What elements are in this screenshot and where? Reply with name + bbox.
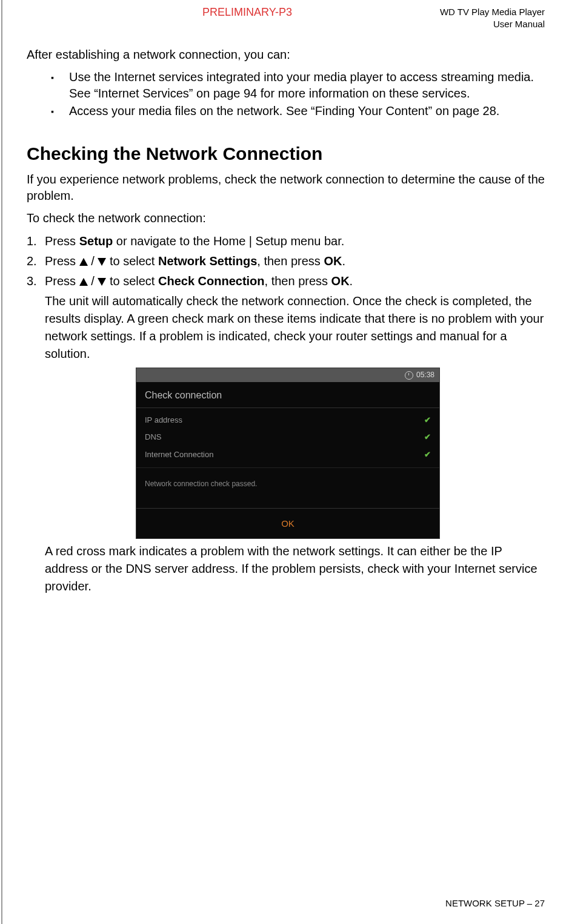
row-label: IP address [145, 415, 182, 426]
list-item: 2. Press / to select Network Settings, t… [27, 252, 545, 270]
product-name: WD TV Play Media Player [440, 6, 545, 18]
header-right: WD TV Play Media Player User Manual [440, 6, 545, 30]
bullet-text: Use the Internet services integrated int… [69, 69, 545, 102]
bullet-list: ▪ Use the Internet services integrated i… [51, 69, 545, 119]
intro-text: After establishing a network connection,… [27, 48, 545, 62]
screenshot-message: Network connection check passed. [136, 467, 439, 507]
footer-page-number: 27 [534, 898, 545, 908]
step-body: Press / to select Check Connection, then… [45, 272, 545, 595]
step-after-text: A red cross mark indicates a problem wit… [45, 543, 545, 595]
step-explanation: The unit will automatically check the ne… [45, 292, 545, 363]
screenshot-row: DNS ✔ [145, 429, 431, 446]
doc-type: User Manual [440, 18, 545, 30]
check-icon: ✔ [424, 432, 431, 443]
bullet-text: Access your media files on the network. … [69, 103, 499, 119]
page-footer: NETWORK SETUP – 27 [445, 898, 545, 908]
page-header: PRELIMINARY-P3 WD TV Play Media Player U… [27, 6, 545, 30]
screenshot-topbar: 05:38 [136, 368, 439, 382]
check-connection-screenshot: 05:38 Check connection IP address ✔ DNS … [136, 368, 440, 539]
screenshot-title: Check connection [136, 382, 439, 408]
footer-section: NETWORK SETUP [445, 898, 525, 908]
list-item: ▪ Access your media files on the network… [51, 103, 545, 119]
screenshot-time: 05:38 [416, 370, 434, 380]
bullet-icon: ▪ [51, 69, 69, 102]
step-number: 1. [27, 233, 45, 250]
section-heading: Checking the Network Connection [27, 144, 545, 164]
screenshot-row: Internet Connection ✔ [145, 446, 431, 464]
list-item: 1. Press Setup or navigate to the Home |… [27, 233, 545, 250]
up-arrow-icon [79, 278, 88, 286]
screenshot-row: IP address ✔ [145, 412, 431, 429]
row-label: Internet Connection [145, 449, 213, 461]
up-arrow-icon [79, 258, 88, 266]
list-item: 3. Press / to select Check Connection, t… [27, 272, 545, 595]
row-label: DNS [145, 432, 161, 443]
bullet-icon: ▪ [51, 103, 69, 119]
numbered-list: 1. Press Setup or navigate to the Home |… [27, 233, 545, 595]
paragraph: To check the network connection: [27, 210, 545, 226]
check-icon: ✔ [424, 449, 431, 461]
down-arrow-icon [98, 278, 106, 286]
step-number: 3. [27, 272, 45, 595]
screenshot-body: IP address ✔ DNS ✔ Internet Connection ✔ [136, 408, 439, 468]
check-icon: ✔ [424, 415, 431, 426]
step-number: 2. [27, 252, 45, 270]
screenshot-ok-button: OK [136, 508, 439, 539]
step-body: Press Setup or navigate to the Home | Se… [45, 233, 545, 250]
clock-icon [405, 371, 413, 380]
list-item: ▪ Use the Internet services integrated i… [51, 69, 545, 102]
step-body: Press / to select Network Settings, then… [45, 252, 545, 270]
paragraph: If you experience network problems, chec… [27, 171, 545, 204]
down-arrow-icon [98, 258, 106, 266]
preliminary-label: PRELIMINARY-P3 [202, 6, 292, 19]
